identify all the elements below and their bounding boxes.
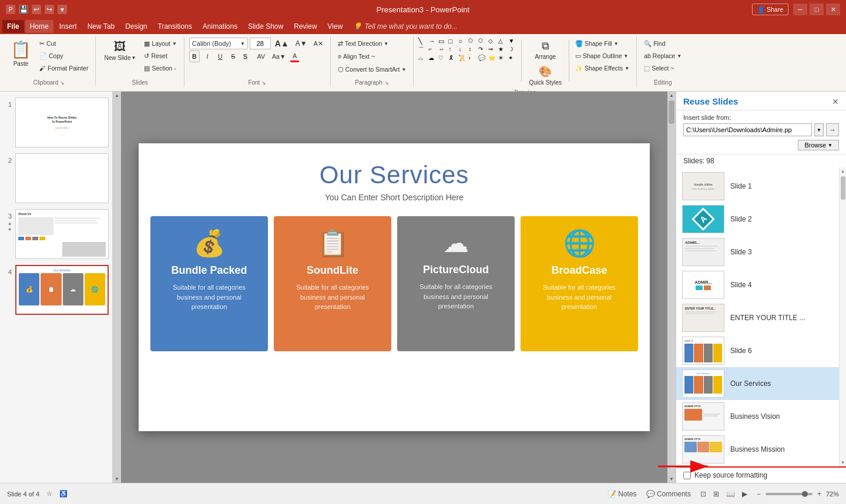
font-color-button[interactable]: A xyxy=(290,51,299,62)
reuse-path-dropdown[interactable]: ▼ xyxy=(814,123,824,136)
menu-view[interactable]: View xyxy=(323,20,348,33)
minimize-button[interactable]: ─ xyxy=(793,4,807,15)
menu-design[interactable]: Design xyxy=(120,20,152,33)
shape-pentagon[interactable]: ⬠ xyxy=(468,38,478,45)
reuse-path-input[interactable] xyxy=(683,123,812,136)
reading-view-button[interactable]: 📖 xyxy=(724,489,737,499)
menu-newtab[interactable]: New Tab xyxy=(83,20,119,33)
paste-button[interactable]: 📋 Paste xyxy=(7,38,35,69)
shape-heart[interactable]: ♡ xyxy=(438,55,448,62)
italic-button[interactable]: I xyxy=(202,51,213,62)
shape-cloud[interactable]: ☁ xyxy=(428,55,438,62)
tell-me-input[interactable]: 💡 Tell me what you want to do... xyxy=(348,20,462,33)
shape-arc[interactable]: ⌓ xyxy=(418,55,428,62)
canvas-vscroll[interactable]: ▲ ▼ xyxy=(667,92,676,483)
zoom-out-button[interactable]: − xyxy=(754,489,763,499)
shape-up-arrow[interactable]: ↑ xyxy=(448,46,458,54)
text-direction-button[interactable]: ⇄ Text Direction ▼ xyxy=(335,38,391,49)
card-picture[interactable]: ☁ PictureCloud Suitable for all categori… xyxy=(397,216,515,351)
slide-image-1[interactable]: How To Reuse SlidesIn PowerPoint simple … xyxy=(15,98,109,147)
shape-ribbon[interactable]: 🎗 xyxy=(448,55,458,62)
maximize-button[interactable]: □ xyxy=(810,4,824,15)
card-bundle[interactable]: 💰 Bundle Packed Suitable for all categor… xyxy=(150,216,268,351)
convert-smartart-button[interactable]: ⬡ Convert to SmartArt ▼ xyxy=(335,63,409,75)
select-button[interactable]: ⬚ Select ~ xyxy=(642,62,684,74)
strikethrough-button[interactable]: S xyxy=(228,51,239,62)
cut-button[interactable]: ✂ Cut xyxy=(37,38,90,49)
shape-star5[interactable]: ⭐ xyxy=(488,55,498,62)
new-slide-button[interactable]: 🖼 New Slide ▼ xyxy=(100,38,139,63)
reuse-slide-item-5[interactable]: ENTER YOUR TITLE... ENTER YOUR TITLE ... xyxy=(676,301,846,334)
shape-triangle[interactable]: △ xyxy=(498,38,508,45)
slide-image-2[interactable] xyxy=(15,153,109,203)
close-button[interactable]: ✕ xyxy=(826,4,840,15)
reuse-slide-item-6[interactable]: slide 6 Slide 6 xyxy=(676,334,846,367)
reuse-list-scrollbar[interactable]: ▲ ▼ xyxy=(839,167,846,466)
shape-callout[interactable]: 💬 xyxy=(478,55,488,62)
menu-slideshow[interactable]: Slide Show xyxy=(243,20,288,33)
menu-animations[interactable]: Animations xyxy=(198,20,242,33)
notes-button[interactable]: 📝 Notes xyxy=(605,489,639,499)
shape-rect2[interactable]: □ xyxy=(448,38,458,45)
font-case-button[interactable]: Aa▼ xyxy=(270,51,288,62)
comments-button[interactable]: 💬 Comments xyxy=(644,489,693,499)
reuse-close-button[interactable]: ✕ xyxy=(832,97,839,106)
shape-custom[interactable]: ✦ xyxy=(508,55,518,62)
clear-format-button[interactable]: A✕ xyxy=(311,38,325,49)
shape-fill-button[interactable]: 🪣 Shape Fill ▼ xyxy=(573,38,632,49)
undo-icon[interactable]: ↩ xyxy=(32,5,41,14)
normal-view-button[interactable]: ⊡ xyxy=(698,489,709,499)
shape-block[interactable]: ⇒ xyxy=(488,46,498,54)
slide-thumb-3[interactable]: 3★ About Us xyxy=(2,208,110,260)
slide-image-4[interactable]: Our Services 💰 📋 ☁ 🌐 xyxy=(15,265,109,315)
shape-scroll[interactable]: 📜 xyxy=(458,55,468,62)
shape-chevron[interactable]: › xyxy=(468,55,478,62)
save-icon[interactable]: 💾 xyxy=(19,5,28,14)
bold-button[interactable]: B xyxy=(189,51,200,62)
quick-styles-button[interactable]: 🎨 Quick Styles xyxy=(525,63,565,88)
slide-thumb-4[interactable]: 4 Our Services 💰 📋 ☁ 🌐 xyxy=(2,264,110,316)
reuse-slide-item-7[interactable]: Our Services Our Services xyxy=(676,367,846,400)
card-broad[interactable]: 🌐 BroadCase Suitable for all categories … xyxy=(521,216,638,351)
shape-sun[interactable]: ☀ xyxy=(498,55,508,62)
arrange-button[interactable]: ⧉ Arrange xyxy=(525,38,565,62)
share-button[interactable]: 👤 Share xyxy=(752,4,788,15)
shape-curved[interactable]: ⌒ xyxy=(418,46,428,54)
text-shadow-button[interactable]: S xyxy=(241,51,253,62)
shape-star[interactable]: ★ xyxy=(498,46,508,54)
menu-review[interactable]: Review xyxy=(289,20,321,33)
menu-insert[interactable]: Insert xyxy=(55,20,82,33)
shape-more[interactable]: ▼ xyxy=(508,38,518,45)
slide-thumb-1[interactable]: 1 How To Reuse SlidesIn PowerPoint simpl… xyxy=(2,96,110,149)
slide-image-3[interactable]: About Us xyxy=(15,209,109,259)
menu-home[interactable]: Home xyxy=(25,20,53,33)
zoom-in-button[interactable]: + xyxy=(815,489,824,499)
shape-crescent[interactable]: ☽ xyxy=(508,46,518,54)
reuse-slide-item-8[interactable]: ADMIRE PPTX Business Vision xyxy=(676,400,846,433)
shape-rect[interactable]: ▭ xyxy=(438,38,448,45)
shape-diamond[interactable]: ◇ xyxy=(488,38,498,45)
font-size-down[interactable]: A▼ xyxy=(293,38,310,49)
shape-outline-button[interactable]: ▭ Shape Outline ▼ xyxy=(573,50,632,62)
copy-button[interactable]: 📄 Copy xyxy=(37,50,90,62)
align-text-button[interactable]: ≡ Align Text ~ xyxy=(335,51,378,62)
reset-button[interactable]: ↺ Reset xyxy=(142,50,179,62)
shape-arrow[interactable]: → xyxy=(428,38,438,45)
card-sound[interactable]: 📋 SoundLite Suitable for all categories … xyxy=(274,216,391,351)
font-size-input[interactable]: 28 xyxy=(250,38,271,49)
replace-button[interactable]: ab Replace ▼ xyxy=(642,50,684,62)
shape-dbl-arrow[interactable]: ↔ xyxy=(438,46,448,54)
slideshow-button[interactable]: ▶ xyxy=(740,489,750,499)
format-painter-button[interactable]: 🖌 Format Painter xyxy=(37,62,90,74)
layout-button[interactable]: ▦ Layout ▼ xyxy=(142,38,179,49)
reuse-slide-item-2[interactable]: A Slide 2 xyxy=(676,203,846,236)
redo-icon[interactable]: ↪ xyxy=(45,5,54,14)
window-controls[interactable]: ─ □ ✕ xyxy=(793,4,840,15)
reuse-slide-item-4[interactable]: ADMIR... Slide 4 xyxy=(676,268,846,301)
font-size-up[interactable]: A▲ xyxy=(273,38,291,49)
reuse-slide-item-3[interactable]: ADMIR... Slide 3 xyxy=(676,236,846,268)
shape-up-down[interactable]: ↕ xyxy=(468,46,478,54)
zoom-slider[interactable] xyxy=(766,493,813,495)
char-spacing-button[interactable]: AV xyxy=(255,51,267,62)
shape-circle[interactable]: ○ xyxy=(458,38,468,45)
